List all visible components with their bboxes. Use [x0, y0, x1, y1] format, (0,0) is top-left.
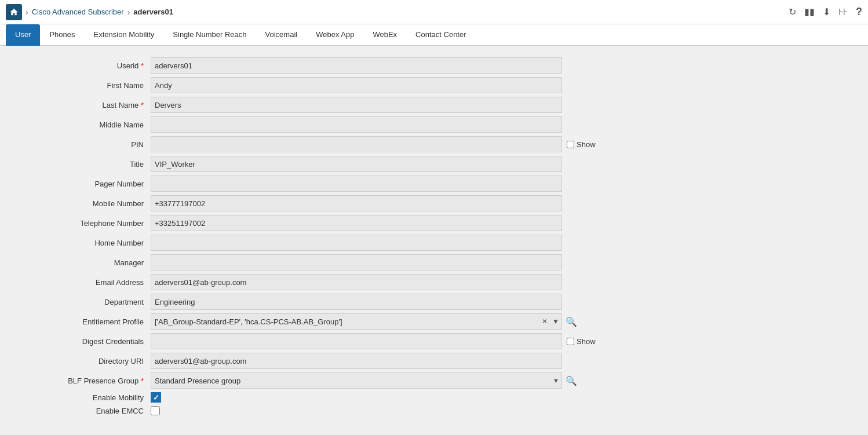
entitlement-value: ['AB_Group-Standard-EP', 'hca.CS-PCS-AB.… — [151, 317, 539, 326]
tab-single-number-reach[interactable]: Single Number Reach — [163, 24, 256, 46]
directory-input[interactable] — [151, 353, 562, 369]
pager-row: Pager Number — [23, 176, 845, 192]
tab-bar: User Phones Extension Mobility Single Nu… — [0, 24, 868, 46]
userid-label: Userid * — [23, 61, 151, 70]
userid-row: Userid * — [23, 57, 845, 74]
digest-row: Digest Credentials Show — [23, 333, 845, 349]
entitlement-dropdown-button[interactable]: ▼ — [550, 317, 561, 326]
blf-label: BLF Presence Group * — [23, 376, 151, 385]
entitlement-row: Entitlement Profile ['AB_Group-Standard-… — [23, 313, 845, 330]
digest-show-checkbox[interactable] — [567, 338, 574, 345]
pin-show-label: Show — [577, 140, 596, 149]
tab-extension-mobility[interactable]: Extension Mobility — [85, 24, 164, 46]
main-content: Userid * First Name Last Name * Middle N… — [0, 46, 868, 430]
mobile-row: Mobile Number — [23, 195, 845, 211]
pause-icon[interactable]: ▮▮ — [804, 6, 815, 17]
mobile-label: Mobile Number — [23, 199, 151, 208]
mobility-checkbox-container — [151, 392, 161, 403]
telephone-row: Telephone Number — [23, 215, 845, 231]
help-icon[interactable]: ? — [856, 6, 862, 18]
department-input[interactable] — [151, 294, 562, 310]
department-row: Department — [23, 294, 845, 310]
directory-row: Directory URI — [23, 353, 845, 369]
email-label: Email Address — [23, 278, 151, 287]
directory-label: Directory URI — [23, 357, 151, 365]
entitlement-label: Entitlement Profile — [23, 317, 151, 326]
tab-voicemail[interactable]: Voicemail — [256, 24, 307, 46]
middlename-input[interactable] — [151, 116, 562, 133]
header: › Cisco Advanced Subscriber › adervers01… — [0, 0, 868, 24]
pin-show-checkbox[interactable] — [567, 141, 574, 148]
tab-webex-app[interactable]: Webex App — [307, 24, 363, 46]
email-input[interactable] — [151, 274, 562, 290]
manager-input[interactable] — [151, 254, 562, 270]
breadcrumb-user: adervers01 — [133, 8, 173, 16]
blf-select[interactable]: Standard Presence group — [151, 373, 550, 388]
middlename-row: Middle Name — [23, 116, 845, 133]
breadcrumb-sep-1: › — [25, 8, 28, 17]
mobility-row: Enable Mobility — [23, 392, 845, 403]
emcc-label: Enable EMCC — [23, 407, 151, 415]
emcc-row: Enable EMCC — [23, 406, 845, 415]
mobility-checkbox[interactable] — [151, 392, 161, 403]
manager-label: Manager — [23, 258, 151, 267]
emcc-checkbox-container — [151, 406, 160, 415]
mobile-input[interactable] — [151, 195, 562, 211]
title-label: Title — [23, 160, 151, 169]
refresh-icon[interactable]: ↻ — [789, 6, 796, 17]
home-row: Home Number — [23, 235, 845, 251]
middlename-label: Middle Name — [23, 120, 151, 129]
blf-container: Standard Presence group ▼ — [151, 372, 562, 389]
title-input[interactable] — [151, 156, 562, 172]
digest-input[interactable] — [151, 333, 562, 349]
digest-show-label: Show — [577, 337, 596, 346]
blf-dropdown-icon: ▼ — [550, 377, 561, 384]
lastname-input[interactable] — [151, 97, 562, 113]
home-label: Home Number — [23, 239, 151, 247]
firstname-input[interactable] — [151, 77, 562, 93]
digest-label: Digest Credentials — [23, 337, 151, 346]
tab-user[interactable]: User — [6, 24, 40, 46]
email-row: Email Address — [23, 274, 845, 290]
breadcrumb-cas[interactable]: Cisco Advanced Subscriber — [32, 8, 124, 16]
manager-row: Manager — [23, 254, 845, 270]
tab-contact-center[interactable]: Contact Center — [406, 24, 475, 46]
header-actions: ↻ ▮▮ ⬇ ⊦⊦ ? — [789, 6, 862, 18]
blf-row: BLF Presence Group * Standard Presence g… — [23, 372, 845, 389]
pager-label: Pager Number — [23, 180, 151, 188]
grid-icon[interactable]: ⊦⊦ — [838, 6, 848, 17]
home-button[interactable] — [6, 4, 22, 20]
pager-input[interactable] — [151, 176, 562, 192]
entitlement-clear-button[interactable]: ✕ — [539, 317, 550, 326]
pin-label: PIN — [23, 140, 151, 149]
telephone-input[interactable] — [151, 215, 562, 231]
digest-show-container: Show — [567, 337, 596, 346]
title-row: Title — [23, 156, 845, 172]
pin-show-container: Show — [567, 140, 596, 149]
lastname-row: Last Name * — [23, 97, 845, 113]
pin-row: PIN Show — [23, 136, 845, 152]
breadcrumb-sep-2: › — [127, 8, 130, 17]
entitlement-container: ['AB_Group-Standard-EP', 'hca.CS-PCS-AB.… — [151, 313, 562, 330]
download-icon[interactable]: ⬇ — [823, 6, 830, 17]
firstname-row: First Name — [23, 77, 845, 93]
userid-input[interactable] — [151, 57, 562, 74]
department-label: Department — [23, 298, 151, 306]
pin-input[interactable] — [151, 136, 562, 152]
entitlement-search-icon[interactable]: 🔍 — [566, 316, 577, 327]
tab-phones[interactable]: Phones — [40, 24, 84, 46]
lastname-label: Last Name * — [23, 101, 151, 109]
emcc-checkbox[interactable] — [151, 406, 160, 415]
tab-webex[interactable]: WebEx — [363, 24, 406, 46]
blf-search-icon[interactable]: 🔍 — [566, 375, 577, 386]
mobility-label: Enable Mobility — [23, 393, 151, 402]
home-input[interactable] — [151, 235, 562, 251]
firstname-label: First Name — [23, 81, 151, 90]
telephone-label: Telephone Number — [23, 219, 151, 228]
